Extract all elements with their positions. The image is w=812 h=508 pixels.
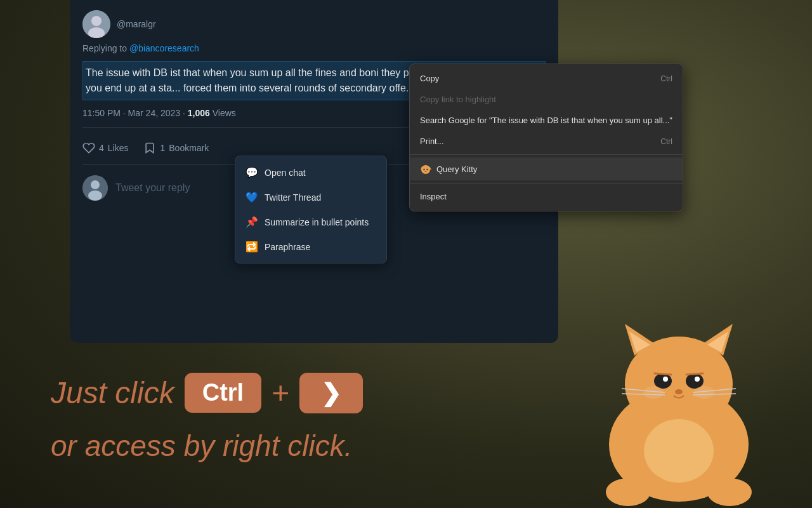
- svg-point-5: [88, 190, 102, 201]
- chevron-button: ❯: [299, 373, 363, 413]
- copy-link-item[interactable]: Copy link to highlight: [410, 89, 683, 110]
- search-google-label: Search Google for "The issue with DB ist…: [420, 116, 672, 125]
- query-kitty-icon: [420, 163, 431, 175]
- svg-line-21: [655, 373, 671, 375]
- print-item[interactable]: Print... Ctrl: [410, 131, 683, 152]
- context-menu: Copy Ctrl Copy link to highlight Search …: [409, 64, 683, 211]
- copy-label: Copy: [420, 74, 439, 83]
- query-kitty-label: Query Kitty: [436, 164, 477, 174]
- bookmarks-count: 1: [160, 143, 165, 153]
- copy-shortcut: Ctrl: [660, 74, 672, 83]
- query-kitty-item[interactable]: Query Kitty: [410, 157, 683, 180]
- svg-point-23: [675, 389, 683, 394]
- svg-point-32: [644, 419, 714, 483]
- copy-item[interactable]: Copy Ctrl: [410, 68, 683, 89]
- summarize-item[interactable]: 📌 Summarize in bullet points: [235, 210, 386, 234]
- svg-point-10: [426, 169, 428, 170]
- likes-count: 4: [99, 143, 104, 153]
- instruction-prefix: Just click: [51, 375, 174, 410]
- replying-to: Replying to @biancoresearch: [82, 43, 546, 53]
- twitter-thread-icon: 💙: [246, 191, 258, 203]
- search-google-item[interactable]: Search Google for "The issue with DB ist…: [410, 110, 683, 131]
- copy-link-label: Copy link to highlight: [420, 95, 496, 104]
- paraphrase-label: Paraphrase: [265, 242, 310, 252]
- svg-point-31: [707, 478, 752, 506]
- extension-menu: 💬 Open chat 💙 Twitter Thread 📌 Summarize…: [235, 156, 387, 264]
- open-chat-label: Open chat: [265, 168, 306, 178]
- twitter-thread-item[interactable]: 💙 Twitter Thread: [235, 185, 386, 210]
- bookmarks-action: 1 Bookmark: [143, 142, 209, 154]
- print-shortcut: Ctrl: [660, 137, 672, 146]
- likes-label: Likes: [108, 143, 129, 153]
- svg-point-20: [695, 377, 700, 382]
- avatar: [82, 10, 110, 38]
- paraphrase-icon: 🔁: [246, 241, 258, 253]
- inspect-item[interactable]: Inspect: [410, 186, 683, 207]
- tweet-header: @maralgr: [82, 10, 546, 38]
- svg-point-30: [606, 478, 650, 506]
- twitter-thread-label: Twitter Thread: [265, 192, 321, 203]
- context-menu-divider: [410, 154, 683, 155]
- print-label: Print...: [420, 137, 444, 146]
- svg-point-1: [91, 16, 102, 26]
- svg-point-17: [654, 373, 672, 389]
- summarize-label: Summarize in bullet points: [265, 217, 369, 227]
- open-chat-icon: 💬: [246, 166, 258, 178]
- context-menu-divider2: [410, 183, 683, 184]
- replying-to-user[interactable]: @biancoresearch: [129, 43, 199, 53]
- reply-avatar: [82, 175, 108, 201]
- ctrl-key-button: Ctrl: [185, 373, 261, 413]
- likes-action: 4 Likes: [82, 142, 128, 154]
- svg-point-19: [663, 377, 668, 382]
- summarize-icon: 📌: [246, 216, 258, 228]
- bookmarks-label: Bookmark: [169, 143, 209, 153]
- cat-illustration: [571, 286, 787, 508]
- paraphrase-item[interactable]: 🔁 Paraphrase: [235, 234, 386, 259]
- username: @maralgr: [117, 19, 156, 29]
- inspect-label: Inspect: [420, 192, 447, 201]
- svg-line-22: [686, 373, 703, 375]
- open-chat-item[interactable]: 💬 Open chat: [235, 160, 386, 185]
- svg-point-9: [423, 169, 424, 170]
- plus-sign: +: [272, 375, 289, 410]
- svg-point-4: [91, 180, 100, 189]
- svg-point-18: [686, 373, 704, 389]
